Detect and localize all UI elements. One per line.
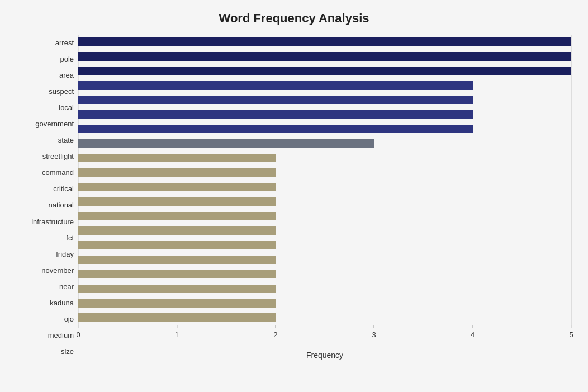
y-label-area: area: [59, 67, 74, 83]
grid-line-5: [571, 35, 572, 325]
bar-size: [78, 313, 276, 322]
bar-row-area: [78, 64, 571, 78]
bar-area: [78, 67, 571, 75]
x-tick-2: 2: [273, 325, 277, 339]
bar-row-friday: [78, 223, 571, 238]
bar-row-pole: [78, 49, 571, 64]
bar-arrest: [78, 37, 571, 46]
y-label-size: size: [61, 343, 74, 360]
bar-command: [78, 154, 276, 162]
bar-row-local: [78, 93, 571, 107]
y-label-ojo: ojo: [64, 311, 74, 327]
bar-row-november: [78, 238, 571, 252]
y-label-arrest: arrest: [55, 35, 74, 51]
x-tick-line-3: [374, 325, 374, 328]
bars-list: [78, 35, 571, 325]
bar-ojo: [78, 285, 276, 293]
bar-suspect: [78, 81, 473, 89]
x-tick-label-4: 4: [471, 330, 475, 339]
y-label-government: government: [35, 116, 74, 132]
y-label-national: national: [48, 197, 74, 213]
chart-area: arrestpoleareasuspectlocalgovernmentstat…: [17, 35, 571, 360]
bar-row-suspect: [78, 78, 571, 93]
bar-kaduna: [78, 270, 276, 278]
x-tick-label-5: 5: [569, 330, 573, 339]
bars-area: [78, 35, 571, 325]
bar-row-medium: [78, 296, 571, 310]
x-tick-1: 1: [175, 325, 179, 339]
bar-november: [78, 241, 276, 249]
bar-medium: [78, 299, 276, 307]
y-label-critical: critical: [53, 181, 74, 197]
y-labels: arrestpoleareasuspectlocalgovernmentstat…: [17, 35, 78, 360]
x-tick-5: 5: [569, 325, 573, 339]
x-tick-line-1: [177, 325, 177, 328]
bars-and-x: 012345 Frequency: [78, 35, 571, 360]
y-label-near: near: [59, 278, 74, 295]
bar-government: [78, 110, 473, 119]
bar-national: [78, 183, 276, 191]
x-tick-line-4: [472, 325, 473, 328]
y-label-suspect: suspect: [49, 83, 74, 100]
y-label-medium: medium: [48, 327, 74, 343]
x-tick-4: 4: [471, 325, 475, 339]
y-label-state: state: [58, 132, 74, 148]
bar-streetlight: [78, 139, 374, 148]
bar-row-near: [78, 252, 571, 267]
bar-row-fct: [78, 209, 571, 223]
x-tick-label-1: 1: [175, 330, 179, 339]
bar-critical: [78, 168, 276, 177]
y-label-local: local: [59, 100, 74, 116]
bar-row-infrastructure: [78, 194, 571, 209]
x-axis: 012345: [78, 325, 571, 347]
y-label-pole: pole: [60, 51, 74, 67]
bar-row-state: [78, 122, 571, 136]
y-label-november: november: [41, 262, 74, 278]
bar-row-ojo: [78, 281, 571, 296]
bar-row-critical: [78, 166, 571, 180]
bar-pole: [78, 52, 571, 60]
x-tick-3: 3: [372, 325, 376, 339]
bar-state: [78, 125, 473, 133]
y-label-friday: friday: [56, 246, 74, 262]
bar-row-size: [78, 310, 571, 325]
bar-local: [78, 96, 473, 104]
x-tick-0: 0: [76, 325, 80, 339]
bar-friday: [78, 226, 276, 235]
x-tick-line-2: [275, 325, 276, 328]
chart-container: Word Frequency Analysis arrestpoleareasu…: [0, 0, 588, 392]
x-tick-label-3: 3: [372, 330, 376, 339]
x-axis-title: Frequency: [78, 351, 571, 360]
x-tick-label-2: 2: [273, 330, 277, 339]
chart-title: Word Frequency Analysis: [17, 11, 571, 26]
y-label-kaduna: kaduna: [50, 295, 74, 311]
x-tick-line-5: [571, 325, 571, 328]
bar-row-government: [78, 107, 571, 122]
y-label-infrastructure: infrastructure: [31, 214, 74, 230]
bar-row-streetlight: [78, 136, 571, 151]
y-label-streetlight: streetlight: [42, 148, 74, 164]
bar-near: [78, 256, 276, 264]
y-label-fct: fct: [66, 230, 74, 246]
bar-row-national: [78, 180, 571, 195]
bar-infrastructure: [78, 197, 276, 206]
x-tick-line-0: [78, 325, 78, 328]
bar-row-command: [78, 151, 571, 166]
x-tick-label-0: 0: [76, 330, 80, 339]
bar-fct: [78, 212, 276, 220]
y-label-command: command: [42, 164, 74, 181]
bar-row-kaduna: [78, 267, 571, 281]
bar-row-arrest: [78, 35, 571, 49]
